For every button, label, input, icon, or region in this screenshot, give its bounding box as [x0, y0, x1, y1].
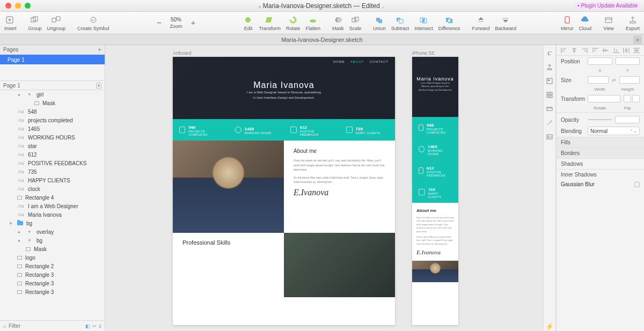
layer-row[interactable]: Rectangle 2	[0, 262, 105, 270]
align-center-v-icon[interactable]	[602, 47, 609, 54]
current-page-bar[interactable]: Page 1 ▾	[0, 80, 105, 90]
size-width-field[interactable]	[588, 76, 609, 84]
layer-row[interactable]: Rectangle 3	[0, 270, 105, 279]
layer-row[interactable]: Aastar	[0, 142, 105, 150]
plugin-update-notice[interactable]: • Plugin Update Available	[574, 2, 641, 9]
blending-select[interactable]: Normal⌃⌄	[588, 127, 640, 135]
rail-export-icon[interactable]	[545, 62, 554, 72]
layer-row[interactable]: Rectangle 4	[0, 193, 105, 202]
layer-row[interactable]: ▾bg	[0, 219, 105, 227]
view-tool[interactable]: View	[603, 15, 614, 31]
distribute-v-icon[interactable]	[633, 47, 640, 54]
close-window-button[interactable]	[5, 3, 11, 9]
add-page-button[interactable]: +	[98, 46, 101, 54]
mirror-tool[interactable]: Mirror	[561, 15, 574, 31]
cloud-tool[interactable]: Cloud	[579, 15, 591, 31]
flatten-tool[interactable]: Flatten	[306, 15, 321, 31]
rail-comment-icon[interactable]: C	[545, 48, 554, 58]
fills-section-header[interactable]: Fills	[557, 137, 644, 148]
artboard-mobile[interactable]: Maria Ivanova I am a Web Designer based …	[412, 57, 458, 325]
export-tool[interactable]: Export	[626, 15, 640, 31]
scale-tool[interactable]: Scale	[349, 15, 362, 31]
layer-row[interactable]: Mask	[0, 99, 105, 107]
zoom-out-button[interactable]: −	[153, 18, 164, 28]
zoom-value[interactable]: 50%	[171, 17, 181, 23]
flip-v-button[interactable]	[632, 95, 640, 102]
minimize-window-button[interactable]	[15, 3, 21, 9]
artboard-dropdown-icon[interactable]: ▾	[96, 83, 101, 89]
layer-row[interactable]: Aaclock	[0, 185, 105, 193]
layer-row[interactable]: ▸✦bg	[0, 236, 105, 245]
rail-bolt-icon[interactable]: ⚡	[545, 321, 554, 331]
layer-row[interactable]: logo	[0, 253, 105, 262]
artboard-label-mobile[interactable]: iPhone SE	[412, 50, 435, 56]
zoom-in-button[interactable]: ＋	[188, 18, 199, 28]
filter-toggle-icon[interactable]: ◧	[85, 323, 90, 329]
layer-row[interactable]: Aa612	[0, 150, 105, 159]
mask-tool[interactable]: Mask	[332, 15, 344, 31]
group-tool[interactable]: Group	[28, 15, 42, 31]
subtract-tool[interactable]: Subtract	[391, 15, 409, 31]
layer-row[interactable]: Aa548	[0, 107, 105, 116]
position-y-field[interactable]	[616, 57, 640, 65]
rail-image-icon[interactable]	[545, 132, 554, 142]
intersect-tool[interactable]: Intersect	[414, 15, 433, 31]
zoom-window-button[interactable]	[25, 3, 31, 9]
backward-tool[interactable]: Backward	[495, 15, 517, 31]
rail-wand-icon[interactable]	[545, 118, 554, 128]
page-row-selected[interactable]: Page 1	[0, 55, 105, 64]
align-left-icon[interactable]	[560, 47, 568, 54]
size-height-field[interactable]	[619, 76, 640, 84]
shadows-section-header[interactable]: Shadows	[557, 158, 644, 169]
layer-row[interactable]: ▸✦overlay	[0, 227, 105, 236]
layer-row[interactable]: Aaprojects completed	[0, 116, 105, 124]
distribute-h-icon[interactable]	[623, 47, 630, 54]
rail-layout-icon[interactable]	[545, 76, 554, 86]
gaussian-blur-row[interactable]: Gaussian Blur	[557, 180, 644, 189]
edit-tool[interactable]: Edit	[243, 15, 253, 31]
canvas[interactable]: Artboard HOME ABOUT CONTACT Maria Ivanov…	[105, 45, 543, 331]
insert-tool[interactable]: Insert	[4, 15, 17, 31]
rail-ruler-icon[interactable]	[545, 104, 554, 114]
lock-aspect-icon[interactable]: ⇄	[612, 77, 616, 83]
align-top-icon[interactable]	[591, 47, 599, 54]
layer-row[interactable]: AaMaria Ivanova	[0, 210, 105, 219]
layer-row[interactable]: Aa735	[0, 167, 105, 176]
rotate-field[interactable]	[588, 95, 620, 102]
artboard-label-desktop[interactable]: Artboard	[173, 50, 192, 56]
layer-row[interactable]: AaHAPPY CLIENTS	[0, 176, 105, 185]
artboard-desktop[interactable]: HOME ABOUT CONTACT Maria Ivanova I am a …	[173, 57, 395, 325]
layer-row[interactable]: ▸✦girl	[0, 90, 105, 99]
opacity-slider[interactable]	[588, 119, 612, 120]
nav-contact[interactable]: CONTACT	[369, 60, 389, 63]
gaussian-blur-checkbox[interactable]	[634, 182, 640, 187]
union-tool[interactable]: Union	[373, 15, 386, 31]
layer-row[interactable]: Rectangle 3	[0, 279, 105, 288]
rotate-tool[interactable]: Rotate	[286, 15, 301, 31]
document-tab[interactable]: Maria-Ivanova-Designer.sketch	[281, 36, 363, 43]
align-center-h-icon[interactable]	[570, 47, 578, 54]
layer-row[interactable]: Mask	[0, 245, 105, 253]
align-bottom-icon[interactable]	[612, 47, 620, 54]
layer-row[interactable]: Rectangle 3	[0, 288, 105, 296]
difference-tool[interactable]: Difference	[438, 15, 460, 31]
nav-about[interactable]: ABOUT	[350, 60, 364, 63]
rail-grid-icon[interactable]	[545, 90, 554, 100]
filter-slice-icon[interactable]: ✂	[92, 323, 97, 329]
layer-filter-input[interactable]	[9, 323, 83, 329]
forward-tool[interactable]: Forward	[472, 15, 490, 31]
layer-row[interactable]: Aa1465	[0, 124, 105, 133]
flip-h-button[interactable]	[624, 95, 631, 102]
create-symbol-tool[interactable]: Create Symbol	[77, 15, 109, 31]
inner-shadows-section-header[interactable]: Inner Shadows	[557, 169, 644, 180]
align-right-icon[interactable]	[581, 47, 588, 54]
new-tab-button[interactable]: +	[633, 35, 642, 44]
transform-tool[interactable]: Transform	[259, 15, 281, 31]
title-dropdown-icon[interactable]: ⌄	[382, 4, 385, 9]
layer-row[interactable]: AaPOSITIVE FEEDBACKS	[0, 159, 105, 167]
nav-home[interactable]: HOME	[333, 60, 345, 63]
layer-row[interactable]: AaWORKING HOURS	[0, 133, 105, 142]
opacity-field[interactable]	[615, 116, 640, 123]
ungroup-tool[interactable]: Ungroup	[47, 15, 66, 31]
position-x-field[interactable]	[588, 57, 612, 65]
